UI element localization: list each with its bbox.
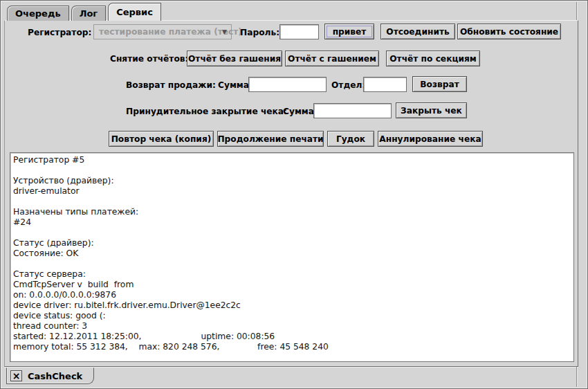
- top-tab-bar: Очередь Лог Сервис: [7, 3, 161, 21]
- report-no-reset-button[interactable]: Отчёт без гашения: [187, 51, 282, 66]
- hello-button[interactable]: привет: [324, 24, 374, 39]
- report-by-sections-button[interactable]: Отчёт по секциям: [386, 51, 480, 66]
- status-output: Регистратор #5Устройство (драйвер):drive…: [10, 152, 574, 362]
- tab-log[interactable]: Лог: [71, 6, 107, 21]
- password-label: Пароль:: [240, 24, 279, 40]
- tab-queue[interactable]: Очередь: [7, 6, 69, 21]
- registrator-combobox[interactable]: тестирование платежа (тест) ▼: [93, 24, 232, 39]
- continue-print-button[interactable]: Продолжение печати: [217, 131, 324, 147]
- registrator-label: Регистратор:: [28, 24, 91, 40]
- output-line: Статус сервера:: [13, 269, 571, 280]
- force-close-label: Принудительное закрытие чека:: [126, 103, 287, 119]
- output-line: thread counter: 3: [13, 321, 571, 332]
- disconnect-button[interactable]: Отсоединить: [380, 24, 455, 39]
- close-check-button[interactable]: Закрыть чек: [396, 102, 467, 118]
- tab-service[interactable]: Сервис: [108, 3, 161, 21]
- output-line: memory total: 55 312 384, max: 820 248 5…: [13, 342, 571, 352]
- cashcheck-tab-label: CashCheck: [28, 371, 82, 381]
- chevron-down-icon: ▼: [222, 28, 227, 35]
- output-line: [13, 228, 571, 238]
- output-line: device status: good (:: [13, 311, 571, 321]
- refund-label: Возврат продажи:: [126, 77, 216, 93]
- refund-dept-label: Отдел:: [331, 77, 365, 93]
- output-line: Состояние: OK: [13, 248, 571, 259]
- service-panel: Регистратор: тестирование платежа (тест)…: [4, 20, 578, 367]
- output-line: device driver: ru.bitel.frk.driver.emu.D…: [13, 300, 571, 311]
- output-line: Назначены типы платежей:: [13, 207, 571, 217]
- password-field[interactable]: [279, 24, 319, 39]
- force-close-sum-label: Сумма:: [283, 103, 318, 119]
- repeat-check-button[interactable]: Повтор чека (копия): [109, 131, 214, 147]
- output-line: [13, 165, 571, 176]
- output-line: CmdTcpServer v build from: [13, 280, 571, 290]
- bottom-tab-bar: × CashCheck: [4, 367, 578, 386]
- output-line: [13, 259, 571, 269]
- output-line: Устройство (драйвер):: [13, 176, 571, 186]
- app-window: Очередь Лог Сервис Регистратор: тестиров…: [0, 0, 588, 389]
- registrator-combobox-value: тестирование платежа (тест): [99, 27, 242, 37]
- output-line: #24: [13, 217, 571, 228]
- tab-cashcheck[interactable]: × CashCheck: [6, 368, 94, 384]
- output-line: Статус (драйвер):: [13, 238, 571, 248]
- refresh-state-button[interactable]: Обновить состояние: [457, 24, 561, 39]
- beep-button[interactable]: Гудок: [327, 131, 374, 147]
- output-line: [13, 197, 571, 207]
- output-line: on: 0.0.0.0/0.0.0.0:9876: [13, 290, 571, 300]
- output-line: started: 12.12.2011 18:25:00, uptime: 00…: [13, 332, 571, 342]
- output-line: Регистратор #5: [13, 155, 571, 165]
- output-line: driver-emulator: [13, 186, 571, 197]
- reports-label: Снятие отчётов:: [110, 51, 188, 66]
- refund-dept-field[interactable]: [363, 77, 407, 92]
- refund-sum-label: Сумма:: [218, 77, 252, 93]
- refund-sum-field[interactable]: [248, 77, 327, 92]
- close-icon[interactable]: ×: [10, 370, 22, 381]
- refund-button[interactable]: Возврат: [412, 76, 467, 92]
- annul-check-button[interactable]: Аннулирование чека: [378, 131, 483, 147]
- force-close-sum-field[interactable]: [313, 103, 392, 118]
- report-with-reset-button[interactable]: Отчёт с гашением: [285, 51, 379, 66]
